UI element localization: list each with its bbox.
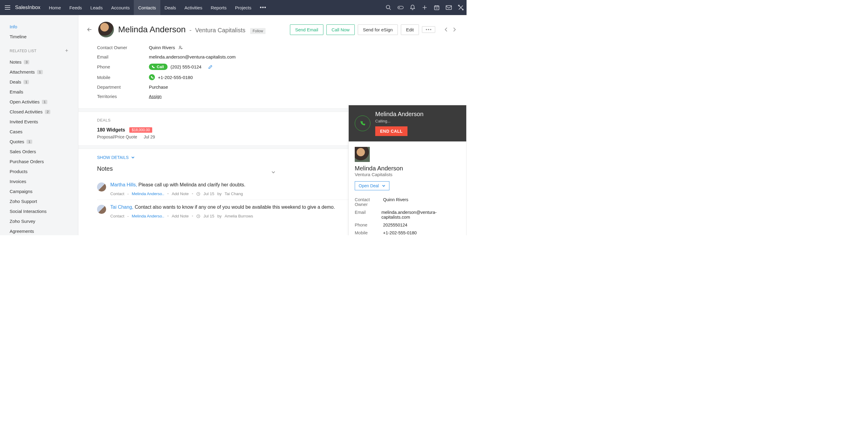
call-now-button[interactable]: Call Now bbox=[327, 24, 355, 35]
deal-stage: Proposal/Price Quote bbox=[97, 135, 137, 139]
open-deal-button[interactable]: Open Deal bbox=[355, 181, 390, 190]
nav-tab-feeds[interactable]: Feeds bbox=[65, 0, 86, 15]
call-body-name: Melinda Anderson bbox=[355, 165, 460, 172]
nav-tab-activities[interactable]: Activities bbox=[180, 0, 207, 15]
notes-heading: Notes bbox=[97, 165, 113, 172]
call-panel: Melinda Anderson Calling... END CALL Mel… bbox=[348, 105, 467, 235]
contact-company[interactable]: Ventura Capitalists bbox=[195, 27, 245, 34]
sidebar-item-attachments[interactable]: Attachments1 bbox=[10, 67, 68, 77]
add-related-icon[interactable]: + bbox=[65, 48, 68, 54]
tools-icon[interactable] bbox=[458, 4, 464, 11]
svg-rect-4 bbox=[446, 6, 452, 10]
phone-value[interactable]: (202) 555-0124 bbox=[170, 64, 202, 69]
note-related-link[interactable]: Melinda Anderso.. bbox=[132, 214, 164, 218]
whatsapp-icon[interactable] bbox=[149, 74, 155, 80]
note-author[interactable]: Martha Hills, bbox=[110, 182, 138, 187]
add-note-link[interactable]: Add Note bbox=[172, 214, 189, 218]
mobile-label: Mobile bbox=[97, 75, 149, 80]
sidebar-item-agreements[interactable]: Agreements bbox=[10, 226, 68, 235]
calendar-icon[interactable]: 31 bbox=[433, 4, 440, 11]
more-actions-button[interactable] bbox=[422, 26, 435, 33]
sidebar-item-timeline[interactable]: Timeline bbox=[10, 32, 68, 41]
hamburger-icon[interactable] bbox=[0, 5, 15, 10]
nav-tab-contacts[interactable]: Contacts bbox=[134, 0, 160, 15]
deal-date: Jul 29 bbox=[144, 135, 155, 139]
count-badge: 1 bbox=[24, 80, 29, 84]
plus-icon[interactable] bbox=[421, 4, 428, 11]
email-value[interactable]: melinda.anderson@ventura-capitalists.com bbox=[149, 54, 236, 59]
call-field-row: Mobile+1-202-555-0180 bbox=[355, 229, 460, 235]
sidebar-item-invited-events[interactable]: Invited Events bbox=[10, 117, 68, 127]
deal-name[interactable]: 180 Widgets bbox=[97, 127, 125, 133]
sidebar-item-zoho-support[interactable]: Zoho Support bbox=[10, 196, 68, 206]
next-record-icon[interactable] bbox=[452, 27, 458, 33]
call-ring-icon bbox=[355, 116, 370, 131]
note-author[interactable]: Tai Chang, bbox=[110, 204, 135, 210]
follow-button[interactable]: Follow bbox=[250, 28, 266, 34]
svg-point-5 bbox=[426, 29, 427, 30]
sidebar-item-quotes[interactable]: Quotes1 bbox=[10, 137, 68, 147]
note-avatar bbox=[97, 205, 106, 214]
sidebar-item-purchase-orders[interactable]: Purchase Orders bbox=[10, 156, 68, 167]
note-avatar bbox=[97, 182, 106, 192]
sidebar-item-social-interactions[interactable]: Social Interactions bbox=[10, 206, 68, 216]
mail-icon[interactable] bbox=[445, 4, 452, 11]
dept-label: Department bbox=[97, 84, 149, 90]
sidebar-item-info[interactable]: Info bbox=[10, 22, 68, 32]
sidebar-item-emails[interactable]: Emails bbox=[10, 87, 68, 97]
gamepad-icon[interactable] bbox=[397, 4, 404, 11]
note-text: Please call up with Melinda and clarify … bbox=[138, 182, 245, 187]
sidebar-item-sales-orders[interactable]: Sales Orders bbox=[10, 147, 68, 156]
clock-icon bbox=[196, 192, 200, 196]
bell-icon[interactable] bbox=[409, 4, 416, 11]
contact-avatar bbox=[98, 22, 114, 37]
nav-tab-leads[interactable]: Leads bbox=[86, 0, 107, 15]
edit-phone-icon[interactable] bbox=[208, 64, 213, 69]
call-field-row: Contact OwnerQuinn Rivers bbox=[355, 196, 460, 208]
sidebar-item-notes[interactable]: Notes3 bbox=[10, 57, 68, 67]
sidebar-item-campaigns[interactable]: Campaigns bbox=[10, 186, 68, 196]
sidebar-item-products[interactable]: Products bbox=[10, 167, 68, 176]
send-email-button[interactable]: Send Email bbox=[290, 24, 323, 35]
record-main: Melinda Anderson - Ventura Capitalists F… bbox=[79, 15, 467, 235]
nav-tab-accounts[interactable]: Accounts bbox=[107, 0, 134, 15]
sidebar-item-zoho-survey[interactable]: Zoho Survey bbox=[10, 216, 68, 226]
nav-tab-deals[interactable]: Deals bbox=[160, 0, 180, 15]
assign-territory-link[interactable]: Assign bbox=[149, 94, 161, 99]
call-pill-button[interactable]: Call bbox=[149, 64, 167, 70]
sidebar-item-invoices[interactable]: Invoices bbox=[10, 176, 68, 186]
notes-chevron-icon[interactable] bbox=[271, 171, 276, 174]
sidebar-item-open-activities[interactable]: Open Activities1 bbox=[10, 97, 68, 107]
count-badge: 1 bbox=[42, 100, 47, 104]
contact-name: Melinda Anderson bbox=[118, 25, 186, 34]
back-arrow-icon[interactable] bbox=[86, 26, 93, 33]
svg-text:31: 31 bbox=[435, 7, 438, 9]
prev-record-icon[interactable] bbox=[443, 27, 449, 33]
end-call-button[interactable]: END CALL bbox=[375, 126, 407, 136]
mobile-value[interactable]: +1-202-555-0180 bbox=[158, 75, 193, 80]
owner-lookup-icon[interactable] bbox=[178, 45, 183, 50]
dept-value: Purchase bbox=[149, 84, 168, 90]
svg-point-7 bbox=[430, 29, 431, 30]
sidebar-item-cases[interactable]: Cases bbox=[10, 127, 68, 137]
email-label: Email bbox=[97, 54, 149, 59]
count-badge: 3 bbox=[24, 60, 29, 64]
note-related-link[interactable]: Melinda Anderso.. bbox=[132, 192, 164, 196]
edit-button[interactable]: Edit bbox=[401, 24, 419, 35]
related-list-heading: RELATED LIST bbox=[10, 49, 36, 53]
nav-more-icon[interactable]: ••• bbox=[255, 4, 271, 11]
sidebar-item-closed-activities[interactable]: Closed Activities2 bbox=[10, 107, 68, 117]
left-sidebar: InfoTimeline RELATED LIST + Notes3Attach… bbox=[0, 15, 79, 235]
sidebar-item-deals[interactable]: Deals1 bbox=[10, 77, 68, 87]
call-field-row: Emailmelinda.anderson@ventura-capitalist… bbox=[355, 208, 460, 221]
add-note-link[interactable]: Add Note bbox=[172, 192, 189, 196]
clock-icon bbox=[196, 214, 200, 218]
nav-tab-home[interactable]: Home bbox=[44, 0, 65, 15]
send-esign-button[interactable]: Send for eSign bbox=[358, 24, 398, 35]
phone-label: Phone bbox=[97, 64, 149, 69]
call-field-row: Phone2025550124 bbox=[355, 221, 460, 229]
nav-tab-projects[interactable]: Projects bbox=[231, 0, 255, 15]
product-brand[interactable]: SalesInbox bbox=[15, 4, 44, 10]
nav-tab-reports[interactable]: Reports bbox=[207, 0, 231, 15]
search-icon[interactable] bbox=[385, 4, 392, 11]
